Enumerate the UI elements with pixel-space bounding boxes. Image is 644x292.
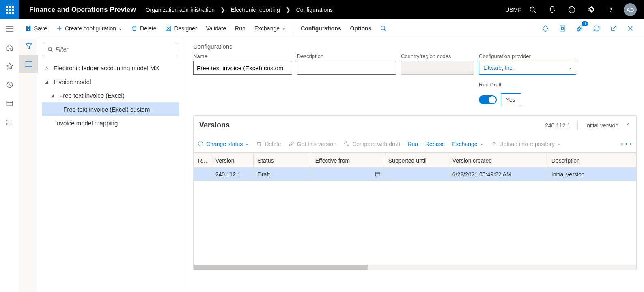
versions-header: Versions 240.112.1 Initial version ⌄ [194, 116, 636, 135]
change-status-button[interactable]: Change status ⌄ [198, 141, 249, 147]
col-r[interactable]: R... [194, 153, 211, 168]
collapse-icon[interactable]: ◢ [44, 79, 50, 84]
exchange-button[interactable]: Exchange ⌄ [254, 25, 286, 32]
name-input[interactable] [193, 61, 292, 75]
col-version[interactable]: Version [211, 153, 253, 168]
tree-node[interactable]: Invoice model mapping [42, 116, 179, 130]
settings-button[interactable] [582, 0, 600, 19]
more-button[interactable]: • • • [621, 141, 632, 147]
gear-icon [588, 6, 595, 13]
country-codes-input[interactable] [401, 61, 474, 75]
refresh-icon [593, 25, 600, 32]
run-button[interactable]: Run [235, 25, 246, 32]
description-input[interactable] [297, 61, 396, 75]
cell-version: 240.112.1 [211, 168, 253, 181]
smiley-button[interactable] [563, 0, 581, 19]
search-icon [529, 6, 536, 13]
configurations-tab[interactable]: Configurations [301, 25, 341, 32]
versions-grid: R... Version Status Effective from Suppo… [194, 153, 636, 270]
form-row: Name Description Country/region codes Co… [193, 53, 637, 106]
attachments-badge: 0 [582, 21, 588, 26]
user-avatar[interactable]: AD [621, 0, 639, 19]
cell-effective[interactable] [311, 168, 384, 181]
save-button[interactable]: Save [25, 25, 47, 32]
nav-expand-button[interactable] [0, 19, 19, 38]
upload-button[interactable]: Upload into repository ⌄ [491, 141, 561, 147]
col-supported[interactable]: Supported until [384, 153, 448, 168]
versions-head-version: 240.112.1 [545, 122, 570, 129]
tree-node[interactable]: ▷ Electronic ledger accounting model MX [42, 61, 179, 75]
tree-node[interactable]: ◢ Free text invoice (Excel) [42, 88, 179, 102]
breadcrumb-item[interactable]: Configurations [296, 6, 333, 13]
options-label: Options [350, 25, 372, 32]
version-delete-button[interactable]: Delete [256, 141, 281, 147]
run-draft-toggle[interactable] [479, 95, 497, 104]
plus-icon [56, 25, 62, 32]
horizontal-scrollbar[interactable] [194, 265, 636, 270]
svg-line-34 [51, 50, 53, 52]
trash-icon [256, 141, 262, 147]
tree-node[interactable]: ◢ Invoice model [42, 75, 179, 88]
notifications-button[interactable] [543, 0, 561, 19]
provider-select[interactable]: Litware, Inc. ⌄ [479, 61, 576, 75]
designer-button[interactable]: Designer [165, 25, 197, 32]
get-version-label: Get this version [297, 141, 336, 147]
attachments-button[interactable]: 0 [576, 25, 587, 32]
grid-row[interactable]: 240.112.1 Draft 6/22/ [194, 168, 636, 181]
svg-point-18 [6, 122, 7, 122]
help-button[interactable] [602, 0, 620, 19]
popout-button[interactable] [610, 25, 621, 32]
refresh-button[interactable] [593, 25, 604, 32]
breadcrumb-item[interactable]: Electronic reporting [231, 6, 280, 13]
close-button[interactable] [627, 25, 638, 32]
svg-point-6 [611, 11, 611, 11]
col-description[interactable]: Description [547, 153, 636, 168]
delete-button[interactable]: Delete [131, 25, 156, 32]
calendar-icon[interactable] [375, 171, 381, 177]
col-status[interactable]: Status [253, 153, 311, 168]
tree-node-selected[interactable]: Free text invoice (Excel) custom [42, 102, 179, 116]
version-run-button[interactable]: Run [407, 141, 418, 147]
rebase-label: Rebase [425, 141, 445, 147]
compare-button[interactable]: Compare with draft [344, 141, 400, 147]
smiley-icon [568, 6, 575, 13]
col-effective[interactable]: Effective from [311, 153, 384, 168]
circle-dashed-icon [198, 141, 204, 147]
nav-modules-button[interactable] [0, 113, 19, 131]
rebase-button[interactable]: Rebase [425, 141, 445, 147]
list-view-button[interactable] [19, 55, 38, 73]
col-created[interactable]: Version created [448, 153, 547, 168]
trash-icon [131, 25, 138, 32]
get-version-button[interactable]: Get this version [289, 141, 336, 147]
collapse-icon[interactable]: ◢ [50, 93, 55, 98]
scrollbar-thumb[interactable] [194, 265, 368, 270]
app-launcher-button[interactable] [0, 0, 19, 19]
find-button[interactable] [380, 25, 387, 32]
version-run-label: Run [407, 141, 418, 147]
tree-filter-box[interactable] [44, 43, 177, 56]
office-button[interactable] [559, 25, 570, 32]
tree-filter-input[interactable] [56, 46, 174, 53]
expand-icon[interactable]: ▷ [44, 66, 50, 70]
nav-workspaces-button[interactable] [0, 94, 19, 113]
nav-home-button[interactable] [0, 38, 19, 57]
company-label[interactable]: USMF [504, 0, 522, 19]
svg-point-4 [573, 9, 573, 9]
options-tab[interactable]: Options [350, 25, 372, 32]
search-button[interactable] [524, 0, 542, 19]
breadcrumb-item[interactable]: Organization administration [146, 6, 215, 13]
nav-favorites-button[interactable] [0, 57, 19, 75]
svg-point-35 [198, 142, 203, 146]
validate-button[interactable]: Validate [206, 25, 226, 32]
diamond-button[interactable] [542, 25, 553, 32]
filter-toggle-button[interactable] [19, 37, 38, 55]
grid-header-row: R... Version Status Effective from Suppo… [194, 153, 636, 168]
upload-label: Upload into repository [500, 141, 555, 147]
chevron-up-icon[interactable]: ⌄ [626, 122, 631, 129]
tree-label: Electronic ledger accounting model MX [54, 64, 159, 71]
version-exchange-button[interactable]: Exchange ⌄ [452, 141, 483, 147]
svg-point-5 [590, 9, 592, 11]
svg-rect-20 [27, 26, 29, 27]
nav-recent-button[interactable] [0, 75, 19, 94]
create-configuration-button[interactable]: Create configuration ⌄ [56, 25, 122, 32]
